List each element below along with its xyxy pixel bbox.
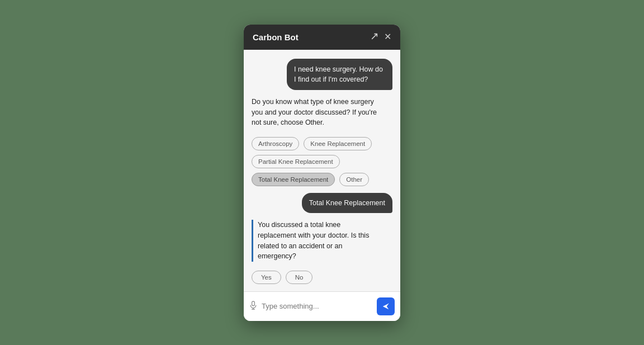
surgery-chips: Arthroscopy Knee Replacement Partial Kne…: [252, 137, 392, 186]
chip-total-knee-replacement[interactable]: Total Knee Replacement: [252, 173, 335, 186]
chat-window: Carbon Bot ✕ I need knee surgery. How do…: [244, 25, 400, 321]
send-button[interactable]: [377, 297, 395, 315]
chat-input[interactable]: [262, 302, 372, 310]
bot-message-5: You discussed a total knee replacement w…: [252, 220, 378, 262]
user-message-4-text: Total Knee Replacement: [309, 199, 385, 207]
user-message-1-text: I need knee surgery. How do I find out i…: [294, 65, 383, 83]
chip-no[interactable]: No: [286, 271, 313, 284]
bot-message-2-text: Do you know what type of knee surgery yo…: [252, 98, 377, 127]
chat-header-title: Carbon Bot: [253, 32, 299, 42]
bot-message-5-text: You discussed a total knee replacement w…: [258, 221, 369, 260]
user-message-1: I need knee surgery. How do I find out i…: [287, 59, 392, 90]
bot-message-2: Do you know what type of knee surgery yo…: [252, 97, 378, 128]
user-message-4: Total Knee Replacement: [302, 193, 392, 213]
yesno-chips: Yes No: [252, 271, 392, 284]
chip-knee-replacement[interactable]: Knee Replacement: [304, 137, 372, 150]
chat-header: Carbon Bot ✕: [244, 25, 400, 50]
chip-other[interactable]: Other: [339, 173, 369, 186]
mic-icon[interactable]: [249, 301, 257, 312]
chat-header-icons: ✕: [371, 32, 391, 41]
svg-rect-0: [252, 301, 255, 305]
chip-partial-knee-replacement[interactable]: Partial Knee Replacement: [252, 155, 340, 168]
chip-yes[interactable]: Yes: [252, 271, 281, 284]
close-icon[interactable]: ✕: [384, 32, 391, 41]
chip-arthroscopy[interactable]: Arthroscopy: [252, 137, 299, 150]
chat-input-area: [244, 291, 400, 321]
external-link-icon[interactable]: [371, 32, 378, 41]
chat-messages: I need knee surgery. How do I find out i…: [244, 50, 400, 291]
